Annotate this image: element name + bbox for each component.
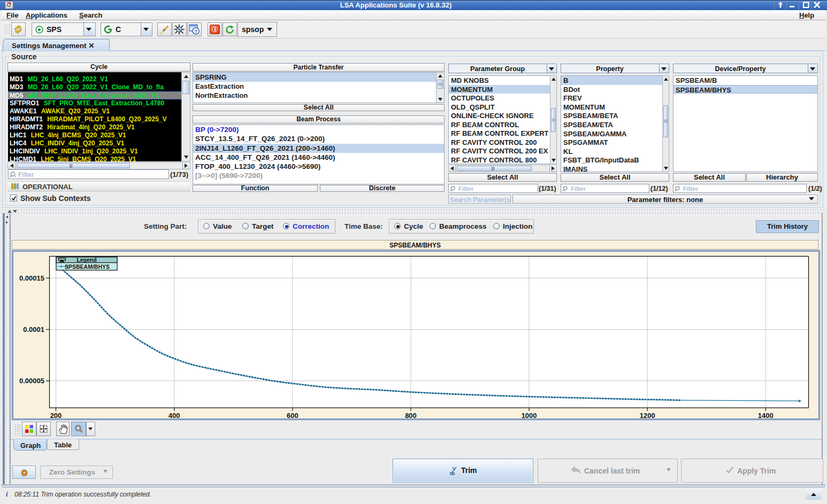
svg-text:600: 600 — [287, 412, 298, 420]
svg-text:0.00005: 0.00005 — [19, 377, 44, 385]
svg-text:400: 400 — [169, 412, 180, 420]
svg-text:200: 200 — [50, 412, 62, 420]
svg-text:0.0001: 0.0001 — [23, 325, 44, 334]
svg-text:?: ? — [194, 29, 197, 34]
svg-text:Legend: Legend — [76, 257, 96, 263]
svg-text:0.00015: 0.00015 — [19, 274, 44, 282]
svg-text:SPSBEAM/BHYS: SPSBEAM/BHYS — [65, 263, 110, 270]
svg-text:800: 800 — [405, 412, 417, 420]
svg-text:1200: 1200 — [640, 412, 655, 420]
svg-text:1000: 1000 — [522, 412, 537, 420]
svg-text:1400: 1400 — [758, 412, 774, 420]
